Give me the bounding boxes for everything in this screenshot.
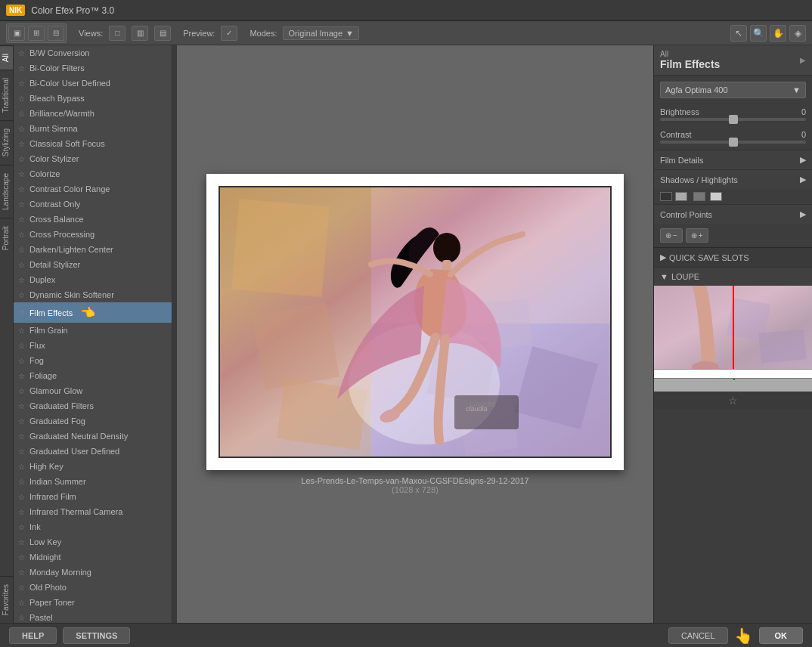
filter-star-icon[interactable]: ☆ (18, 79, 25, 88)
filter-star-icon[interactable]: ☆ (18, 372, 25, 380)
shadows-highlights-header[interactable]: Shadows / Highlights ▶ (654, 170, 812, 189)
filter-item[interactable]: ☆Dynamic Skin Softener (14, 287, 172, 302)
loupe-star-icon[interactable]: ☆ (728, 395, 738, 407)
filter-item[interactable]: ☆Infrared Thermal Camera (14, 504, 172, 519)
tab-all[interactable]: All (0, 45, 13, 70)
filter-item[interactable]: ☆Darken/Lighten Center (14, 242, 172, 257)
filter-item[interactable]: ☆B/W Conversion (14, 45, 172, 60)
filter-star-icon[interactable]: ☆ (18, 261, 25, 269)
filter-star-icon[interactable]: ☆ (18, 432, 25, 441)
filter-item[interactable]: ☆Old Photo (14, 580, 172, 595)
filter-item[interactable]: ☆Contrast Color Range (14, 181, 172, 197)
section-collapse-icon[interactable]: ▶ (800, 56, 806, 64)
filter-item[interactable]: ☆Graduated Filters (14, 398, 172, 413)
control-points-header[interactable]: Control Points ▶ (654, 205, 812, 224)
filter-star-icon[interactable]: ☆ (18, 94, 25, 103)
filter-star-icon[interactable]: ☆ (18, 599, 25, 607)
view-btn-3[interactable]: ⊟ (48, 26, 64, 41)
filter-item[interactable]: ☆Film Grain (14, 323, 172, 338)
zoom-icon[interactable]: 🔍 (750, 25, 767, 42)
filter-star-icon[interactable]: ☆ (18, 538, 25, 546)
filter-item[interactable]: ☆Indian Summer (14, 474, 172, 489)
filter-item[interactable]: ☆Detail Stylizer (14, 257, 172, 272)
filter-star-icon[interactable]: ☆ (18, 64, 25, 73)
filter-star-icon[interactable]: ☆ (18, 308, 25, 317)
pan-icon[interactable]: ✋ (770, 25, 786, 42)
cp-remove-btn[interactable]: ⊕ + (686, 228, 708, 243)
filter-star-icon[interactable]: ☆ (18, 584, 25, 592)
cancel-button[interactable]: CANCEL (668, 627, 728, 644)
filter-star-icon[interactable]: ☆ (18, 402, 25, 410)
tab-portrait[interactable]: Portrait (0, 218, 13, 258)
settings-button[interactable]: SETTINGS (63, 627, 130, 644)
tab-favorites[interactable]: Favorites (0, 576, 13, 623)
filter-item[interactable]: ☆Cross Processing (14, 227, 172, 242)
filter-item[interactable]: ☆Bi-Color User Defined (14, 76, 172, 91)
views-icon-1[interactable]: □ (109, 26, 126, 41)
filter-star-icon[interactable]: ☆ (18, 553, 25, 562)
filter-star-icon[interactable]: ☆ (18, 110, 25, 118)
view-btn-2[interactable]: ⊞ (28, 26, 45, 41)
filter-item[interactable]: ☆Infrared Film (14, 489, 172, 504)
filter-item[interactable]: ☆Colorize (14, 166, 172, 181)
filter-star-icon[interactable]: ☆ (18, 291, 25, 299)
tab-landscape[interactable]: Landscape (0, 165, 13, 218)
filter-star-icon[interactable]: ☆ (18, 155, 25, 163)
views-icon-3[interactable]: ▤ (154, 26, 171, 41)
filter-item[interactable]: ☆Bi-Color Filters (14, 60, 172, 76)
filter-star-icon[interactable]: ☆ (18, 246, 25, 254)
filter-star-icon[interactable]: ☆ (18, 614, 25, 622)
filter-star-icon[interactable]: ☆ (18, 185, 25, 193)
preview-checkbox[interactable]: ✓ (221, 26, 237, 41)
filter-star-icon[interactable]: ☆ (18, 508, 25, 516)
quick-save-header[interactable]: ▶ QUICK SAVE SLOTS (654, 247, 812, 267)
filter-item[interactable]: ☆Graduated User Defined (14, 444, 172, 459)
filter-item[interactable]: ☆Low Key (14, 534, 172, 549)
filter-star-icon[interactable]: ☆ (18, 200, 25, 209)
cp-add-btn[interactable]: ⊕ − (660, 228, 683, 243)
shadows-swatch-dark[interactable] (660, 192, 672, 201)
filter-star-icon[interactable]: ☆ (18, 342, 25, 350)
filter-item[interactable]: ☆Midnight (14, 549, 172, 565)
cursor-icon[interactable]: ↖ (730, 25, 747, 42)
highlights-swatch[interactable] (693, 192, 705, 201)
filter-item[interactable]: ☆High Key (14, 459, 172, 474)
filter-star-icon[interactable]: ☆ (18, 478, 25, 486)
filter-star-icon[interactable]: ☆ (18, 49, 25, 57)
loupe-header[interactable]: ▼ LOUPE (654, 268, 812, 286)
highlights-swatch2[interactable] (710, 192, 722, 201)
filter-star-icon[interactable]: ☆ (18, 231, 25, 239)
film-type-dropdown[interactable]: Agfa Optima 400 ▼ (660, 82, 806, 98)
filter-star-icon[interactable]: ☆ (18, 463, 25, 471)
filter-star-icon[interactable]: ☆ (18, 523, 25, 531)
filter-item[interactable]: ☆Ink (14, 519, 172, 534)
film-details-header[interactable]: Film Details ▶ (654, 150, 812, 169)
filter-item[interactable]: ☆Glamour Glow (14, 383, 172, 398)
filter-item[interactable]: ☆Monday Morning (14, 565, 172, 580)
filter-item[interactable]: ☆Contrast Only (14, 197, 172, 212)
tab-traditional[interactable]: Traditional (0, 70, 13, 120)
filter-item[interactable]: ☆Flux (14, 338, 172, 353)
loupe-icon[interactable]: ◈ (789, 25, 806, 42)
ok-button[interactable]: OK (759, 627, 804, 644)
filter-item[interactable]: ☆Graduated Neutral Density (14, 429, 172, 444)
modes-dropdown[interactable]: Original Image ▼ (283, 26, 358, 40)
filter-item[interactable]: ☆Duplex (14, 272, 172, 287)
tab-stylizing[interactable]: Stylizing (0, 120, 13, 164)
filter-star-icon[interactable]: ☆ (18, 357, 25, 365)
filter-star-icon[interactable]: ☆ (18, 568, 25, 577)
filter-item[interactable]: ☆Paper Toner (14, 595, 172, 610)
filter-star-icon[interactable]: ☆ (18, 125, 25, 133)
filter-item[interactable]: ☆Classical Soft Focus (14, 136, 172, 151)
filter-item[interactable]: ☆Color Stylizer (14, 151, 172, 166)
view-btn-1[interactable]: ▣ (8, 26, 25, 41)
filter-item[interactable]: ☆Foliage (14, 368, 172, 383)
filter-item[interactable]: ☆Pastel (14, 610, 172, 623)
filter-item[interactable]: ☆Bleach Bypass (14, 91, 172, 106)
shadows-swatch-light[interactable] (675, 192, 687, 201)
filter-item[interactable]: ☆Fog (14, 353, 172, 368)
filter-item[interactable]: ☆Cross Balance (14, 212, 172, 227)
filter-item[interactable]: ☆Burnt Sienna (14, 121, 172, 136)
contrast-thumb[interactable] (729, 138, 738, 147)
brightness-thumb[interactable] (729, 115, 738, 124)
